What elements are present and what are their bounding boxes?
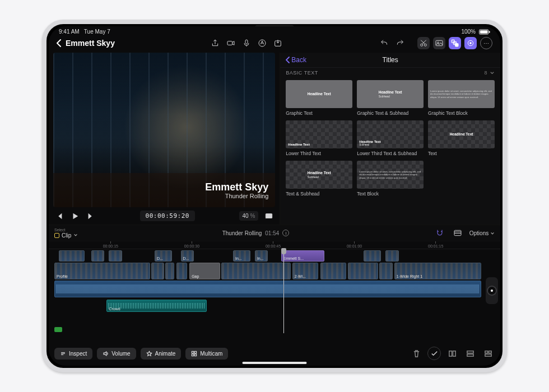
playhead[interactable]: [283, 249, 284, 333]
titles-panel: Back Titles BASIC TEXT 8 Headline TextGr…: [280, 53, 500, 225]
ipad-frame: 9:41 AM Tue May 7 100% Emmett Skyy: [42, 20, 507, 372]
panel-title: Titles: [383, 56, 398, 64]
primary-clip[interactable]: [348, 263, 378, 279]
panel-back-button[interactable]: Back: [286, 56, 306, 64]
volume-button[interactable]: Volume: [97, 348, 136, 360]
status-bar: 9:41 AM Tue May 7 100%: [49, 26, 500, 36]
camera-icon[interactable]: [225, 37, 237, 49]
media-icon[interactable]: [433, 37, 445, 49]
title-preset-label: Text Block: [357, 191, 424, 197]
options-menu[interactable]: Options: [469, 230, 495, 236]
title-preset-label: Text & Subhead: [286, 191, 352, 197]
panel-section-header[interactable]: BASIC TEXT 8: [280, 68, 500, 77]
prev-frame-icon[interactable]: [54, 211, 64, 221]
mic-icon[interactable]: [240, 37, 253, 49]
svg-rect-3: [489, 31, 490, 33]
app-toolbar: Emmett Skyy ⋯: [49, 36, 500, 53]
ruler-mark: 00:01:15: [428, 241, 443, 249]
video-viewer[interactable]: Emmett Skyy Thunder Rolling: [53, 53, 275, 207]
connected-clip[interactable]: D...: [155, 250, 172, 262]
timeline-ruler[interactable]: 00:00:1500:00:3000:00:4500:01:0000:01:15: [49, 241, 500, 249]
primary-clip[interactable]: 1-Wide Right 1: [394, 263, 482, 279]
text-tool-icon[interactable]: [256, 37, 268, 49]
play-icon[interactable]: [70, 211, 80, 221]
music-clip[interactable]: Crowd: [106, 300, 207, 312]
select-mode[interactable]: Select Clip: [54, 228, 78, 239]
lower-third-overlay: Emmett Skyy Thunder Rolling: [205, 182, 268, 199]
svg-rect-27: [485, 351, 487, 353]
connected-clip[interactable]: [59, 250, 85, 262]
svg-rect-24: [453, 351, 455, 356]
primary-clip[interactable]: [176, 263, 187, 279]
primary-clip[interactable]: Profile: [54, 263, 150, 279]
primary-clip[interactable]: [379, 263, 392, 279]
animate-button[interactable]: Animate: [141, 348, 182, 360]
title-preset[interactable]: Headline TextText: [428, 120, 495, 156]
title-preset[interactable]: Headline TextLower Third Text: [286, 120, 352, 156]
redo-icon[interactable]: [394, 37, 406, 49]
connected-clip[interactable]: D...: [181, 250, 194, 262]
ruler-mark: 00:00:45: [266, 241, 281, 249]
primary-clip[interactable]: [320, 263, 347, 279]
title-clip[interactable]: Emmett S...: [281, 250, 325, 262]
svg-rect-28: [488, 351, 491, 353]
transport-bar: 00:00:59:20 40 %: [49, 207, 280, 225]
timecode-display[interactable]: 00:00:59:20: [140, 211, 195, 221]
title-preset[interactable]: Headline TextGraphic Text: [286, 80, 352, 116]
back-to-projects[interactable]: Emmett Skyy: [57, 39, 115, 48]
zoom-value[interactable]: 40 %: [239, 211, 259, 221]
svg-point-16: [470, 43, 472, 44]
title-preset[interactable]: Headline TextSubheadText & Subhead: [286, 161, 352, 197]
connected-clip[interactable]: [364, 250, 381, 262]
inspect-button[interactable]: Inspect: [54, 348, 92, 360]
trash-icon[interactable]: [410, 347, 423, 360]
title-preset[interactable]: Lorem ipsum dolor sit amet, consectetur …: [428, 80, 495, 116]
main-area: Emmett Skyy Thunder Rolling 00:00:59:20 …: [49, 53, 500, 225]
gap-clip[interactable]: Gap: [189, 263, 220, 279]
titles-browser-icon[interactable]: [449, 37, 461, 49]
svg-rect-19: [192, 351, 194, 353]
primary-clip[interactable]: 2-Wi...: [292, 263, 319, 279]
primary-clip[interactable]: [165, 263, 174, 279]
share-icon[interactable]: [209, 37, 221, 49]
connected-clip[interactable]: [91, 250, 104, 262]
connected-clip[interactable]: In...: [255, 250, 268, 262]
svg-rect-14: [455, 44, 458, 46]
inspector-icon[interactable]: [464, 37, 477, 49]
layout-2-icon[interactable]: [463, 347, 477, 360]
connected-clip[interactable]: [109, 250, 122, 262]
ruler-mark: 00:00:15: [103, 241, 118, 249]
import-icon[interactable]: [272, 37, 284, 49]
timeline[interactable]: 00:00:1500:00:3000:00:4500:01:0000:01:15…: [49, 241, 500, 343]
display-options-icon[interactable]: [264, 211, 274, 221]
title-preset[interactable]: Headline TextSubheadGraphic Text & Subhe…: [357, 80, 424, 116]
cut-tool-icon[interactable]: [417, 37, 430, 49]
home-indicator[interactable]: [243, 362, 307, 364]
svg-rect-23: [449, 351, 452, 356]
toolbar-right: ⋯: [378, 37, 492, 49]
next-frame-icon[interactable]: [86, 211, 96, 221]
audio-clip[interactable]: [54, 281, 481, 297]
primary-clip[interactable]: [221, 263, 291, 279]
jog-dial[interactable]: [486, 277, 498, 304]
marker[interactable]: [54, 327, 62, 332]
screen: 9:41 AM Tue May 7 100% Emmett Skyy: [49, 26, 500, 366]
overlay-title: Emmett Skyy: [205, 182, 268, 193]
multicam-button[interactable]: Multicam: [185, 348, 228, 360]
timeline-tracks[interactable]: D... D... In... In... Emmett S... Profil…: [49, 249, 500, 333]
connected-clip[interactable]: [385, 250, 398, 262]
layout-3-icon[interactable]: [481, 347, 495, 360]
primary-clip[interactable]: [151, 263, 164, 279]
title-preset[interactable]: Headline TextSubheadLower Third Text & S…: [357, 120, 424, 156]
timeline-info-icon[interactable]: i: [282, 230, 289, 236]
confirm-icon[interactable]: [427, 347, 441, 360]
layout-1-icon[interactable]: [445, 347, 459, 360]
index-icon[interactable]: [452, 227, 464, 239]
more-icon[interactable]: ⋯: [480, 37, 492, 49]
undo-icon[interactable]: [378, 37, 390, 49]
title-preset[interactable]: Lorem ipsum dolor sit amet, consectetur …: [357, 161, 424, 197]
section-name: BASIC TEXT: [286, 70, 318, 76]
connected-clip[interactable]: In...: [233, 250, 250, 262]
snapping-icon[interactable]: [434, 227, 446, 239]
status-date: Tue May 7: [84, 29, 110, 35]
